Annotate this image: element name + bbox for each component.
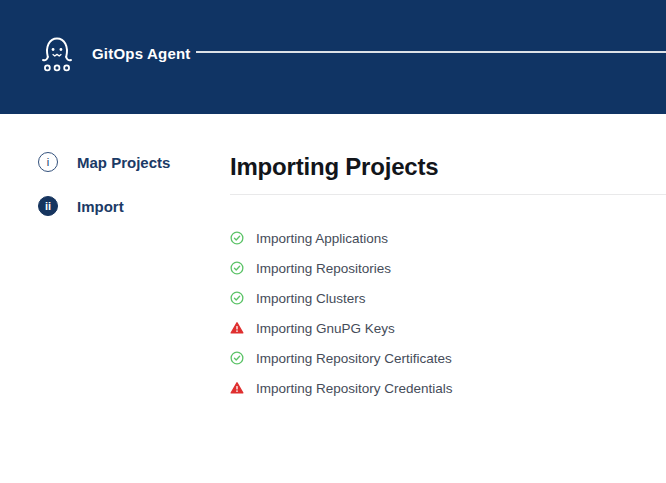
wizard-steps: i Map Projects ii Import <box>38 152 170 216</box>
title-divider <box>230 194 666 195</box>
step-1-bullet: i <box>38 152 58 172</box>
main-content: Importing Projects Importing Application… <box>230 152 666 395</box>
error-triangle-icon <box>230 321 244 335</box>
status-row: Importing Clusters <box>230 291 666 305</box>
success-check-icon <box>230 231 244 245</box>
brand-title: GitOps Agent <box>92 45 191 62</box>
success-check-icon <box>230 351 244 365</box>
status-row-label: Importing Repository Certificates <box>256 351 452 366</box>
status-row: Importing Applications <box>230 231 666 245</box>
error-triangle-icon <box>230 381 244 395</box>
brand: GitOps Agent <box>36 30 191 76</box>
app-header: GitOps Agent <box>0 0 666 114</box>
import-status-list: Importing Applications Importing Reposit… <box>230 231 666 395</box>
step-2-bullet: ii <box>38 196 58 216</box>
step-import[interactable]: ii Import <box>38 196 170 216</box>
status-row: Importing Repositories <box>230 261 666 275</box>
status-row-label: Importing Clusters <box>256 291 366 306</box>
success-check-icon <box>230 291 244 305</box>
step-1-label: Map Projects <box>77 154 170 171</box>
status-row: Importing GnuPG Keys <box>230 321 666 335</box>
header-rule <box>196 51 666 53</box>
status-row-label: Importing Applications <box>256 231 388 246</box>
step-map-projects[interactable]: i Map Projects <box>38 152 170 172</box>
success-check-icon <box>230 261 244 275</box>
status-row-label: Importing Repositories <box>256 261 391 276</box>
step-2-label: Import <box>77 198 124 215</box>
status-row: Importing Repository Credentials <box>230 381 666 395</box>
status-row-label: Importing Repository Credentials <box>256 381 453 396</box>
status-row: Importing Repository Certificates <box>230 351 666 365</box>
page-title: Importing Projects <box>230 152 666 182</box>
status-row-label: Importing GnuPG Keys <box>256 321 395 336</box>
squid-logo-icon <box>36 30 78 76</box>
